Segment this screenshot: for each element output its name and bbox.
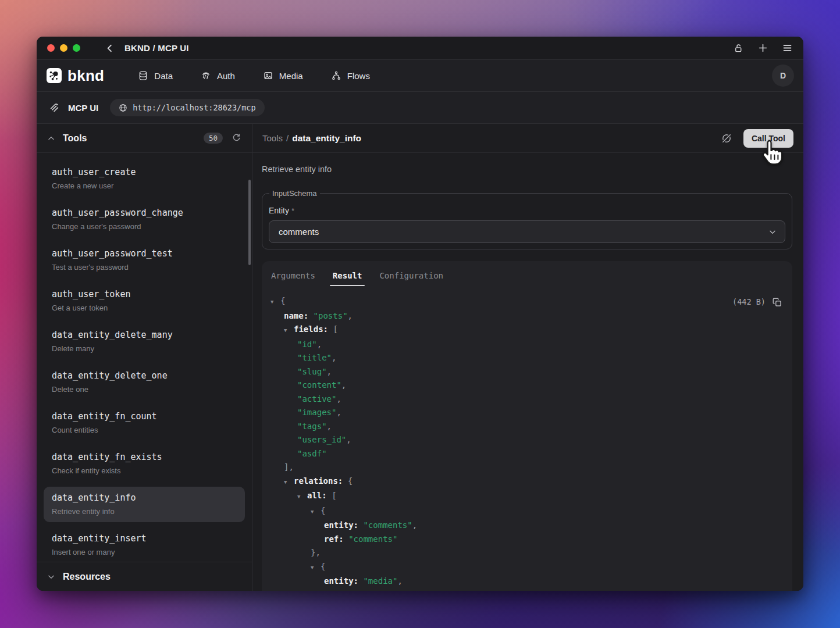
brand-wordmark: bknd xyxy=(67,67,104,85)
nav-item-auth[interactable]: Auth xyxy=(201,70,235,81)
expand-toggle-icon[interactable]: ▼ xyxy=(297,490,307,504)
database-icon xyxy=(138,70,148,81)
lock-open-icon[interactable] xyxy=(734,43,744,53)
cursor-pointer xyxy=(760,139,786,168)
chevron-down-icon xyxy=(768,227,777,237)
tool-description: Delete many xyxy=(52,344,237,353)
window-title: BKND / MCP UI xyxy=(124,43,189,53)
json-punctuation: }, xyxy=(311,548,321,557)
server-url-pill[interactable]: http://localhost:28623/mcp xyxy=(110,99,264,116)
refresh-icon[interactable] xyxy=(232,133,241,143)
json-punctuation: , xyxy=(327,367,332,376)
brand-logo[interactable]: bknd xyxy=(46,67,104,85)
json-string-value: "comments" xyxy=(363,520,412,530)
tool-list-item[interactable]: data_entity_fn_exists Check if entity ex… xyxy=(44,446,245,481)
menu-icon[interactable] xyxy=(782,42,793,53)
tool-list-item[interactable]: auth_user_password_change Change a user'… xyxy=(44,202,245,237)
close-window-button[interactable] xyxy=(47,44,55,52)
tool-detail-body: Retrieve entity info InputSchema Entity*… xyxy=(252,153,803,591)
json-string-value: "comments" xyxy=(348,534,397,544)
json-line: entity: "media", xyxy=(262,575,792,588)
tool-list-item[interactable]: data_entity_fn_count Count entities xyxy=(44,405,245,441)
json-line: ▼{ xyxy=(262,560,792,575)
input-schema-fieldset: InputSchema Entity* comments xyxy=(262,189,792,249)
breadcrumb-root[interactable]: Tools xyxy=(262,133,283,143)
tool-list-item[interactable]: data_entity_delete_one Delete one xyxy=(44,365,245,400)
tool-name: data_entity_fn_count xyxy=(52,411,237,422)
tool-list-item[interactable]: auth_user_create Create a new user xyxy=(44,161,245,197)
json-punctuation: { xyxy=(321,562,325,571)
back-button[interactable] xyxy=(105,43,115,53)
expand-toggle-icon[interactable]: ▼ xyxy=(270,295,280,309)
copy-icon[interactable] xyxy=(772,297,782,308)
json-string-value: "active" xyxy=(297,394,336,404)
result-tabs: Arguments Result Configuration xyxy=(262,261,792,285)
tool-name: auth_user_token xyxy=(52,289,237,299)
json-line: entity: "comments", xyxy=(262,519,792,533)
resources-section-header[interactable]: Resources xyxy=(37,562,252,591)
globe-icon xyxy=(119,104,127,112)
sidebar-scrollbar[interactable] xyxy=(248,180,251,265)
user-avatar[interactable]: D xyxy=(772,65,794,87)
entity-select[interactable]: comments xyxy=(269,220,785,243)
json-line: "images", xyxy=(262,406,792,420)
tool-list-item[interactable]: auth_user_token Get a user token xyxy=(44,283,245,319)
json-line: ref: "images" xyxy=(262,588,792,591)
minimize-window-button[interactable] xyxy=(60,44,67,52)
tool-list-item[interactable]: data_entity_delete_many Delete many xyxy=(44,324,245,359)
mcp-ui-label: MCP UI xyxy=(68,103,98,113)
flows-icon xyxy=(331,70,341,81)
tab-arguments[interactable]: Arguments xyxy=(271,271,315,285)
tool-detail-panel: Tools / data_entity_info Call Tool Retri… xyxy=(252,124,803,591)
breadcrumb-separator: / xyxy=(286,133,289,143)
result-card: Arguments Result Configuration (442 B) ▼… xyxy=(262,261,792,591)
tab-configuration[interactable]: Configuration xyxy=(379,271,443,285)
tool-name: auth_user_password_test xyxy=(52,248,237,259)
chevron-down-icon[interactable] xyxy=(47,573,55,581)
expand-toggle-icon[interactable]: ▼ xyxy=(284,324,294,338)
zoom-window-button[interactable] xyxy=(73,44,80,52)
json-punctuation: , xyxy=(336,394,341,404)
new-tab-icon[interactable] xyxy=(757,42,768,53)
nav-item-flows[interactable]: Flows xyxy=(331,70,370,81)
notifications-off-icon[interactable] xyxy=(721,133,732,144)
json-line: ▼{ xyxy=(262,294,792,309)
nav-item-media[interactable]: Media xyxy=(263,70,303,81)
json-string-value: "content" xyxy=(297,380,341,390)
result-size-label: (442 B) xyxy=(732,295,766,309)
json-key: entity: xyxy=(324,576,363,586)
tool-list-item[interactable]: data_entity_info Retrieve entity info xyxy=(44,487,245,522)
tool-description: Check if entity exists xyxy=(52,466,237,475)
tools-section-header[interactable]: Tools 50 xyxy=(37,124,252,153)
tool-description: Create a new user xyxy=(52,181,237,190)
expand-toggle-icon[interactable]: ▼ xyxy=(311,561,321,575)
tool-list-item[interactable]: data_entity_insert Insert one or many xyxy=(44,527,245,562)
nav-item-data[interactable]: Data xyxy=(138,70,173,81)
expand-toggle-icon[interactable]: ▼ xyxy=(284,476,294,490)
json-punctuation: , xyxy=(348,311,353,320)
bknd-logo-icon xyxy=(46,67,62,84)
window-titlebar: BKND / MCP UI xyxy=(37,37,803,60)
tools-count-badge: 50 xyxy=(204,133,223,144)
tool-name: data_entity_delete_many xyxy=(52,330,237,340)
json-punctuation: , xyxy=(336,408,341,417)
json-string-value: "images" xyxy=(297,408,336,417)
json-punctuation: , xyxy=(412,520,417,530)
entity-field-label: Entity* xyxy=(269,206,785,215)
json-line: ▼all: [ xyxy=(262,489,792,504)
json-result-viewer: (442 B) ▼{name: "posts",▼fields: ["id","… xyxy=(262,294,792,591)
json-key: all: xyxy=(307,491,332,500)
tool-description: Change a user's password xyxy=(52,222,237,231)
json-punctuation: , xyxy=(341,380,346,390)
json-punctuation: , xyxy=(346,435,351,444)
mcp-toolbar: MCP UI http://localhost:28623/mcp xyxy=(37,92,803,124)
json-key: ref: xyxy=(324,590,348,591)
expand-toggle-icon[interactable]: ▼ xyxy=(311,505,321,519)
json-line: ], xyxy=(262,461,792,474)
tool-list-item[interactable]: auth_user_password_test Test a user's pa… xyxy=(44,242,245,278)
tab-result[interactable]: Result xyxy=(333,271,362,285)
chevron-up-icon[interactable] xyxy=(47,134,55,142)
image-icon xyxy=(263,70,273,81)
json-line: "title", xyxy=(262,351,792,365)
tool-name: auth_user_create xyxy=(52,167,237,177)
